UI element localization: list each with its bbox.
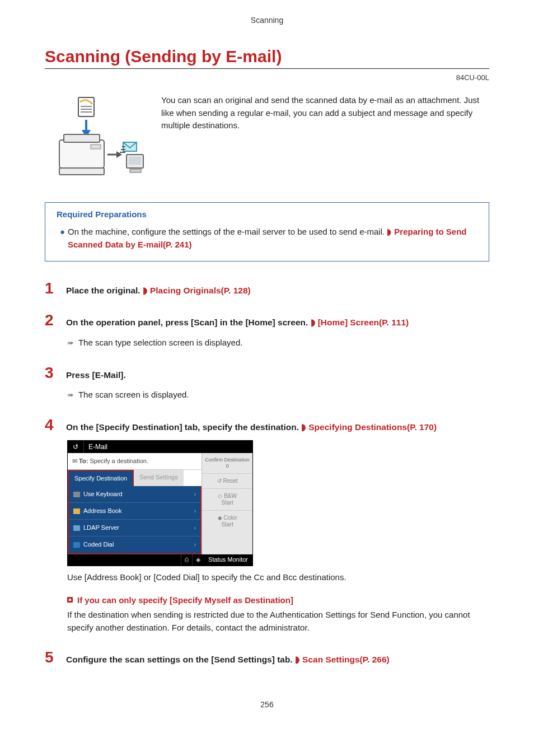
panel-item-use-keyboard[interactable]: Use Keyboard ›: [69, 486, 200, 503]
play-icon: ◗: [301, 421, 308, 433]
panel-screenshot: ↺ E-Mail ✉ To: Specify a destination. Sp…: [67, 440, 253, 566]
title-rule: [45, 68, 489, 69]
step-2-title: On the operation panel, press [Scan] in …: [66, 318, 311, 327]
step-1-xref[interactable]: ◗Placing Originals(P. 128): [143, 286, 251, 295]
panel-tab-send-settings[interactable]: Send Settings: [134, 470, 184, 486]
network-icon: ⎙: [181, 554, 192, 566]
panel-item-ldap-server[interactable]: LDAP Server ›: [69, 520, 200, 536]
step-4-subbody: If the destination when sending is restr…: [67, 609, 489, 634]
step-2-result: The scan type selection screen is displa…: [78, 338, 243, 347]
intro-illustration: [45, 92, 146, 186]
panel-color-start[interactable]: ◆ Color Start: [202, 511, 252, 532]
prep-text: On the machine, configure the settings o…: [68, 227, 387, 236]
step-2-xref[interactable]: ◗[Home] Screen(P. 111): [311, 318, 409, 327]
panel-item-address-book[interactable]: Address Book ›: [69, 503, 200, 520]
intro-text: You can scan an original and send the sc…: [161, 92, 489, 132]
play-icon: ◗: [387, 226, 394, 239]
step-number: 2: [45, 312, 59, 328]
preparations-box: Required Preparations ● On the machine, …: [45, 202, 489, 262]
keyboard-icon: [73, 492, 80, 497]
status-icon: ◈: [192, 554, 204, 566]
step-5-xref[interactable]: ◗Scan Settings(P. 266): [295, 655, 390, 664]
panel-to-label: To:: [79, 458, 88, 464]
panel-back-button[interactable]: ↺: [68, 441, 84, 453]
play-icon: ◗: [143, 284, 149, 297]
step-3-title: Press [E-Mail].: [66, 370, 126, 380]
step-number: 3: [45, 365, 59, 381]
panel-to-line[interactable]: ✉ To: Specify a destination.: [68, 453, 202, 470]
svg-rect-7: [59, 168, 104, 175]
result-arrow-icon: ➠: [67, 338, 74, 347]
bullet-icon: ●: [60, 226, 68, 239]
step-number: 5: [45, 650, 59, 665]
panel-status-monitor[interactable]: Status Monitor: [204, 555, 252, 564]
square-bullet-icon: [67, 597, 73, 603]
step-number: 1: [45, 281, 59, 296]
page-title: Scanning (Sending by E-mail): [45, 47, 489, 66]
chapter-title: Scanning: [45, 16, 489, 25]
panel-title: E-Mail: [84, 442, 252, 452]
doc-id: 84CU-00L: [45, 73, 489, 82]
step-4-subhead: If you can only specify [Specify Myself …: [77, 594, 293, 606]
ldap-icon: [73, 525, 80, 531]
play-icon: ◗: [295, 654, 302, 666]
chevron-right-icon: ›: [194, 506, 196, 516]
preparations-title: Required Preparations: [57, 209, 477, 219]
coded-dial-icon: [73, 542, 80, 548]
page-number: 256: [45, 700, 489, 709]
step-5-title: Configure the scan settings on the [Send…: [66, 655, 295, 664]
panel-to-placeholder: Specify a destination.: [90, 458, 148, 464]
svg-rect-9: [91, 144, 101, 149]
panel-item-coded-dial[interactable]: Coded Dial ›: [69, 536, 200, 553]
panel-confirm-destination[interactable]: Confirm Destination0: [202, 453, 252, 474]
address-book-icon: [73, 508, 80, 514]
svg-rect-14: [129, 157, 141, 165]
step-4-after-panel: Use [Address Book] or [Coded Dial] to sp…: [67, 571, 489, 584]
step-4-title: On the [Specify Destination] tab, specif…: [66, 422, 301, 432]
result-arrow-icon: ➠: [67, 390, 74, 399]
chevron-right-icon: ›: [194, 489, 196, 499]
chevron-right-icon: ›: [194, 523, 196, 533]
svg-rect-15: [130, 169, 141, 172]
step-4-xref[interactable]: ◗Specifying Destinations(P. 170): [301, 422, 437, 432]
step-3-result: The scan screen is displayed.: [78, 390, 189, 399]
panel-reset[interactable]: ↺ Reset: [202, 474, 252, 489]
step-number: 4: [45, 417, 59, 433]
svg-rect-8: [64, 134, 100, 142]
step-1-title: Place the original.: [66, 286, 143, 295]
play-icon: ◗: [311, 316, 317, 329]
chevron-right-icon: ›: [194, 540, 196, 549]
panel-bw-start[interactable]: ◇ B&W Start: [202, 489, 252, 511]
panel-tab-specify-destination[interactable]: Specify Destination: [68, 470, 134, 486]
